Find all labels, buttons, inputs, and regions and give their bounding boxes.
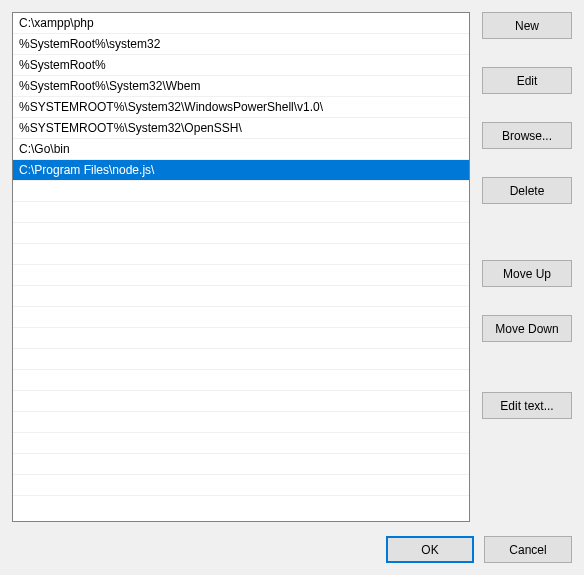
list-item[interactable]: %SystemRoot%\system32 — [13, 34, 469, 55]
browse-button[interactable]: Browse... — [482, 122, 572, 149]
list-item[interactable] — [13, 349, 469, 370]
path-listbox[interactable]: C:\xampp\php%SystemRoot%\system32%System… — [12, 12, 470, 522]
list-item[interactable] — [13, 244, 469, 265]
ok-button[interactable]: OK — [386, 536, 474, 563]
list-item[interactable]: %SystemRoot%\System32\Wbem — [13, 76, 469, 97]
environment-variable-edit-dialog: C:\xampp\php%SystemRoot%\system32%System… — [0, 0, 584, 575]
new-button[interactable]: New — [482, 12, 572, 39]
edit-text-button[interactable]: Edit text... — [482, 392, 572, 419]
edit-button[interactable]: Edit — [482, 67, 572, 94]
list-item[interactable] — [13, 370, 469, 391]
list-item[interactable]: %SYSTEMROOT%\System32\WindowsPowerShell\… — [13, 97, 469, 118]
list-item[interactable]: C:\xampp\php — [13, 13, 469, 34]
list-item[interactable] — [13, 265, 469, 286]
list-item[interactable] — [13, 454, 469, 475]
list-item[interactable]: C:\Program Files\node.js\ — [13, 160, 469, 181]
bottom-buttons: OK Cancel — [12, 536, 572, 563]
side-buttons: New Edit Browse... Delete Move Up Move D… — [482, 12, 572, 522]
list-item[interactable] — [13, 391, 469, 412]
cancel-button[interactable]: Cancel — [484, 536, 572, 563]
list-item[interactable] — [13, 433, 469, 454]
main-area: C:\xampp\php%SystemRoot%\system32%System… — [12, 12, 572, 522]
list-item[interactable] — [13, 328, 469, 349]
list-item[interactable] — [13, 475, 469, 496]
list-item[interactable] — [13, 286, 469, 307]
list-item[interactable] — [13, 181, 469, 202]
delete-button[interactable]: Delete — [482, 177, 572, 204]
list-item[interactable]: %SystemRoot% — [13, 55, 469, 76]
list-item[interactable] — [13, 412, 469, 433]
list-item[interactable] — [13, 202, 469, 223]
list-item[interactable]: %SYSTEMROOT%\System32\OpenSSH\ — [13, 118, 469, 139]
move-down-button[interactable]: Move Down — [482, 315, 572, 342]
list-item[interactable] — [13, 223, 469, 244]
move-up-button[interactable]: Move Up — [482, 260, 572, 287]
list-item[interactable]: C:\Go\bin — [13, 139, 469, 160]
list-item[interactable] — [13, 307, 469, 328]
